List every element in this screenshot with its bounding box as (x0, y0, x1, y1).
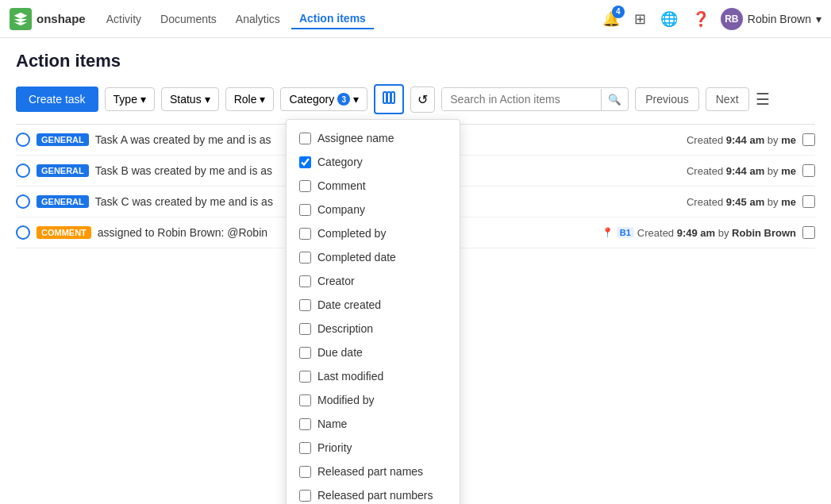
create-task-button[interactable]: Create task (16, 87, 98, 112)
chevron-down-icon: ▾ (140, 93, 146, 106)
column-checkbox[interactable] (299, 466, 311, 478)
pin-icon: 📍 (602, 227, 614, 238)
task-meta: Created 9:44 am by me (687, 165, 796, 177)
nav-activity[interactable]: Activity (98, 10, 149, 29)
column-checkbox[interactable] (299, 204, 311, 216)
task-circle[interactable] (16, 133, 30, 147)
category-filter[interactable]: Category 3 ▾ (280, 87, 367, 111)
task-circle[interactable] (16, 194, 30, 209)
dropdown-item[interactable]: Creator (287, 269, 460, 293)
grid-button[interactable]: ⊞ (631, 7, 649, 31)
column-checkbox[interactable] (299, 299, 311, 311)
task-tag: COMMENT (37, 226, 91, 239)
dropdown-item[interactable]: Completed date (287, 245, 460, 269)
dropdown-item[interactable]: Due date (287, 340, 460, 364)
toolbar: Create task Type ▾ Status ▾ Role ▾ Categ… (16, 84, 815, 114)
column-checkbox[interactable] (299, 371, 311, 383)
column-checkbox[interactable] (299, 252, 311, 264)
next-button[interactable]: Next (706, 87, 749, 111)
globe-button[interactable]: 🌐 (657, 7, 681, 31)
dropdown-item[interactable]: Modified by (287, 388, 460, 412)
column-checkbox[interactable] (299, 442, 311, 454)
column-checkbox[interactable] (299, 180, 311, 192)
column-label: Due date (317, 346, 363, 359)
dropdown-item[interactable]: Company (287, 198, 460, 221)
chevron-down-icon: ▾ (353, 93, 359, 106)
page-title: Action items (16, 51, 815, 71)
chevron-down-icon: ▾ (816, 13, 821, 25)
notification-badge: 4 (612, 6, 625, 18)
logo-icon (10, 8, 32, 30)
logo-text: onshape (37, 12, 86, 25)
column-label: Completed date (317, 251, 396, 264)
column-label: Assignee name (317, 132, 394, 144)
page-content: Action items Create task Type ▾ Status ▾… (0, 38, 831, 261)
navbar-right: 🔔 4 ⊞ 🌐 ❓ RB Robin Brown ▾ (599, 7, 821, 31)
task-select-checkbox[interactable] (802, 226, 815, 239)
task-created-text: Created 9:44 am by me (687, 134, 796, 146)
column-checkbox[interactable] (299, 418, 311, 430)
type-filter[interactable]: Type ▾ (105, 87, 155, 111)
column-checkbox[interactable] (299, 490, 311, 502)
nav-action-items[interactable]: Action items (291, 9, 374, 29)
columns-dropdown: Assignee nameCategoryCommentCompanyCompl… (286, 119, 460, 504)
task-created-text: Created 9:44 am by me (687, 165, 796, 177)
nav-documents[interactable]: Documents (152, 10, 225, 29)
column-label: Comment (317, 179, 366, 192)
task-meta: Created 9:45 am by me (687, 196, 796, 208)
column-checkbox[interactable] (299, 323, 311, 335)
user-menu[interactable]: RB Robin Brown ▾ (721, 8, 821, 30)
column-label: Name (317, 417, 347, 430)
help-button[interactable]: ❓ (689, 7, 713, 31)
column-checkbox[interactable] (299, 228, 311, 240)
status-filter[interactable]: Status ▾ (161, 87, 219, 111)
dropdown-item[interactable]: Category (287, 150, 460, 174)
columns-button[interactable] (374, 84, 404, 114)
notifications-button[interactable]: 🔔 4 (599, 7, 623, 31)
history-button[interactable]: ↺ (410, 87, 435, 113)
task-select-checkbox[interactable] (802, 164, 815, 177)
column-label: Released part names (317, 465, 423, 478)
column-checkbox[interactable] (299, 133, 311, 144)
role-filter[interactable]: Role ▾ (225, 87, 275, 111)
logo[interactable]: onshape (10, 8, 86, 30)
task-select-checkbox[interactable] (802, 195, 815, 208)
search-button[interactable]: 🔍 (601, 89, 628, 110)
dropdown-item[interactable]: Name (287, 412, 460, 436)
column-label: Category (317, 156, 363, 168)
dropdown-item[interactable]: Completed by (287, 221, 460, 245)
task-circle[interactable] (16, 225, 30, 240)
task-circle[interactable] (16, 164, 30, 178)
task-tag: GENERAL (37, 133, 89, 146)
dropdown-item[interactable]: Priority (287, 436, 460, 460)
svg-rect-2 (391, 92, 394, 103)
column-checkbox[interactable] (299, 275, 311, 287)
nav-links: Activity Documents Analytics Action item… (98, 9, 374, 29)
svg-rect-1 (387, 92, 390, 103)
task-tag: GENERAL (37, 164, 89, 177)
search-wrapper: 🔍 (441, 87, 629, 111)
column-label: Completed by (317, 227, 386, 240)
dropdown-item[interactable]: Released part numbers (287, 483, 460, 504)
dropdown-item[interactable]: Released part names (287, 460, 460, 483)
task-created-text: Created 9:49 am by Robin Brown (637, 227, 796, 239)
svg-rect-0 (383, 92, 387, 103)
user-name: Robin Brown (748, 13, 811, 25)
category-badge: 3 (337, 93, 350, 106)
dropdown-item[interactable]: Date created (287, 293, 460, 317)
column-label: Description (317, 322, 373, 335)
column-label: Company (317, 203, 365, 216)
column-checkbox[interactable] (299, 156, 311, 168)
search-input[interactable] (442, 88, 601, 110)
task-meta: Created 9:44 am by me (687, 134, 796, 146)
previous-button[interactable]: Previous (635, 87, 698, 111)
dropdown-item[interactable]: Last modified (287, 364, 460, 388)
column-checkbox[interactable] (299, 347, 311, 359)
dropdown-item[interactable]: Description (287, 317, 460, 340)
dropdown-item[interactable]: Assignee name (287, 126, 460, 150)
nav-analytics[interactable]: Analytics (228, 10, 288, 29)
dropdown-item[interactable]: Comment (287, 174, 460, 198)
task-select-checkbox[interactable] (802, 133, 815, 146)
list-view-button[interactable]: ☰ (756, 90, 770, 109)
column-checkbox[interactable] (299, 394, 311, 406)
